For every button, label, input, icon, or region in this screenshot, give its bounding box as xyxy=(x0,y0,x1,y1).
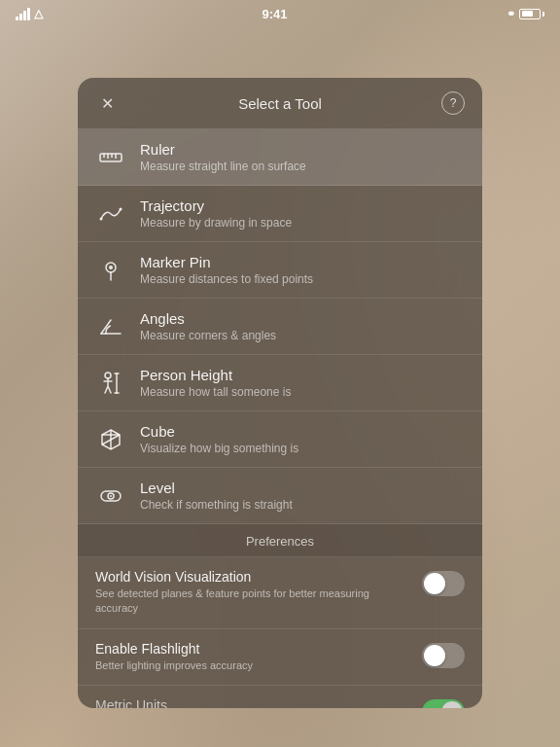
ruler-icon xyxy=(95,142,126,173)
angles-icon xyxy=(95,311,126,342)
cube-icon xyxy=(95,424,126,455)
pref-flashlight-name: Enable Flashlight xyxy=(95,641,410,657)
status-bar-right: ⚭ xyxy=(507,8,544,20)
status-bar: △ 9:41 ⚭ xyxy=(0,0,560,27)
tool-item-person-height[interactable]: Person Height Measure how tall someone i… xyxy=(78,355,482,411)
modal-title: Select a Tool xyxy=(119,95,441,112)
tool-item-trajectory[interactable]: Trajectory Measure by drawing in space xyxy=(78,186,482,242)
svg-point-22 xyxy=(110,495,112,497)
angles-desc: Measure corners & angles xyxy=(140,329,465,342)
modal-header: ✕ Select a Tool ? xyxy=(78,78,482,129)
metric-units-toggle-knob xyxy=(441,701,463,708)
person-height-desc: Measure how tall someone is xyxy=(140,385,465,399)
marker-pin-name: Marker Pin xyxy=(140,254,465,270)
pref-world-vision-desc: See detected planes & feature points for… xyxy=(95,587,410,617)
cube-desc: Visualize how big something is xyxy=(140,442,465,455)
battery-icon xyxy=(519,9,544,19)
trajectory-text: Trajectory Measure by drawing in space xyxy=(140,197,465,230)
world-vision-toggle[interactable] xyxy=(422,571,465,596)
pref-flashlight-text: Enable Flashlight Better lighting improv… xyxy=(95,641,410,673)
ruler-desc: Measure straight line on surface xyxy=(140,160,465,173)
pref-flashlight: Enable Flashlight Better lighting improv… xyxy=(78,629,482,686)
status-bar-left: △ xyxy=(16,7,43,20)
marker-pin-desc: Measure distances to fixed points xyxy=(140,272,465,286)
svg-point-12 xyxy=(105,373,111,378)
tool-item-cube[interactable]: Cube Visualize how big something is xyxy=(78,411,482,468)
cube-text: Cube Visualize how big something is xyxy=(140,423,465,455)
level-desc: Check if something is straight xyxy=(140,498,465,512)
svg-point-5 xyxy=(100,217,103,220)
angles-text: Angles Measure corners & angles xyxy=(140,310,465,342)
marker-pin-icon xyxy=(95,255,126,286)
pref-world-vision-text: World Vision Visualization See detected … xyxy=(95,569,410,617)
tool-item-marker-pin[interactable]: Marker Pin Measure distances to fixed po… xyxy=(78,242,482,299)
level-icon xyxy=(95,480,126,512)
preferences-section-header: Preferences xyxy=(78,524,482,557)
pref-world-vision-name: World Vision Visualization xyxy=(95,569,410,585)
level-text: Level Check if something is straight xyxy=(140,480,465,512)
pref-metric-units-text: Metric Units xyxy=(95,697,410,708)
svg-line-18 xyxy=(102,440,111,445)
close-button[interactable]: ✕ xyxy=(95,91,119,115)
tool-item-ruler[interactable]: Ruler Measure straight line on surface xyxy=(78,129,482,186)
tool-item-level[interactable]: Level Check if something is straight xyxy=(78,468,482,524)
flashlight-toggle[interactable] xyxy=(422,643,465,668)
person-height-text: Person Height Measure how tall someone i… xyxy=(140,367,465,399)
pref-world-vision: World Vision Visualization See detected … xyxy=(78,557,482,629)
tool-selection-modal: ✕ Select a Tool ? Ruler Measure straight… xyxy=(78,78,482,708)
level-name: Level xyxy=(140,480,465,496)
trajectory-icon xyxy=(95,198,126,230)
help-button[interactable]: ? xyxy=(441,91,465,115)
modal-content: Ruler Measure straight line on surface T… xyxy=(78,129,482,708)
pref-flashlight-desc: Better lighting improves accuracy xyxy=(95,658,410,673)
signal-icon xyxy=(16,8,30,20)
angles-name: Angles xyxy=(140,310,465,327)
svg-point-9 xyxy=(109,266,113,269)
status-bar-time: 9:41 xyxy=(262,7,287,21)
trajectory-name: Trajectory xyxy=(140,197,465,214)
flashlight-toggle-knob xyxy=(424,645,445,666)
ruler-name: Ruler xyxy=(140,141,465,158)
marker-pin-text: Marker Pin Measure distances to fixed po… xyxy=(140,254,465,286)
tool-item-angles[interactable]: Angles Measure corners & angles xyxy=(78,299,482,355)
cube-name: Cube xyxy=(140,423,465,440)
pref-metric-units: Metric Units xyxy=(78,686,482,708)
ruler-text: Ruler Measure straight line on surface xyxy=(140,141,465,173)
pref-metric-units-name: Metric Units xyxy=(95,697,410,708)
person-height-icon xyxy=(95,368,126,399)
metric-units-toggle[interactable] xyxy=(422,699,465,708)
bluetooth-icon: ⚭ xyxy=(507,8,515,20)
trajectory-desc: Measure by drawing in space xyxy=(140,216,465,230)
svg-point-6 xyxy=(120,207,122,210)
world-vision-toggle-knob xyxy=(424,573,445,594)
person-height-name: Person Height xyxy=(140,367,465,383)
wifi-icon: △ xyxy=(34,7,43,20)
